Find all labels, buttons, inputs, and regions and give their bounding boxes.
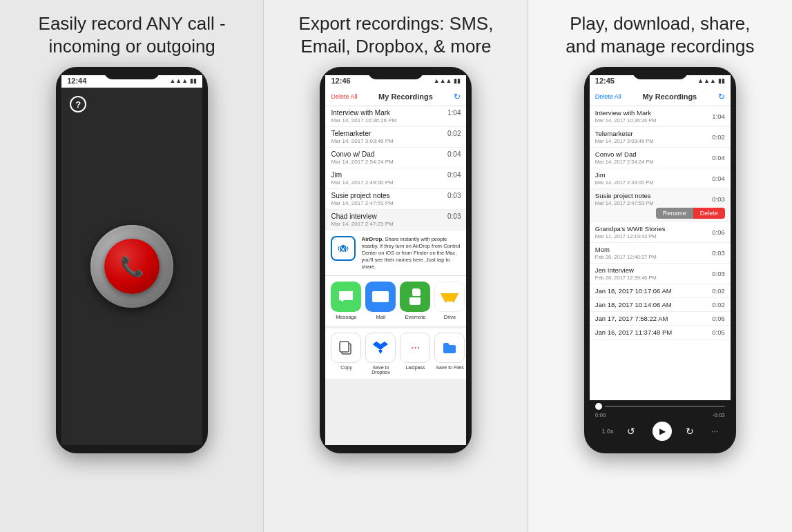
list-item[interactable]: Jen Interview Feb 28, 2017 12:39:46 PM 0…	[590, 264, 731, 284]
progress-thumb[interactable]	[595, 403, 602, 410]
battery-icon-3: ▮▮	[718, 77, 725, 84]
recording-name: Susie project notes	[331, 192, 447, 199]
share-app-message[interactable]: Message	[331, 282, 361, 320]
recording-duration: 0:04	[447, 150, 461, 158]
svg-text:↺: ↺	[627, 426, 635, 437]
panel-manage: Play, download, share, and manage record…	[528, 0, 792, 532]
list-item[interactable]: Convo w/ Dad Mar 14, 2017 2:54:24 PM 0:0…	[325, 148, 466, 168]
recording-info: Jan 17, 2017 7:58:22 AM	[595, 315, 713, 322]
share-sheet: AirDrop. Share instantly with people nea…	[325, 230, 466, 445]
phone2-nav: Delete All My Recordings ↻	[325, 88, 466, 106]
wifi-icon-3: ▲▲▲	[697, 77, 716, 84]
dropbox-label: Save to Dropbox	[365, 365, 396, 375]
share-action-files[interactable]: Save to Files	[434, 333, 465, 375]
nav2-delete-all[interactable]: Delete All	[331, 93, 357, 100]
list-item[interactable]: Jan 18, 2017 10:17:06 AM 0:02	[590, 284, 731, 298]
list-item[interactable]: Chad interview Mar 14, 2017 2:47:23 PM 0…	[325, 210, 466, 230]
recording-duration: 0:02	[712, 287, 725, 295]
list-item[interactable]: Susie project notes Mar 14, 2017 2:47:53…	[325, 189, 466, 210]
recording-date: Mar 14, 2017 2:49:00 PM	[595, 179, 713, 186]
recording-name: Telemarketer	[595, 130, 713, 137]
recording-info: Convo w/ Dad Mar 14, 2017 2:54:24 PM	[331, 150, 447, 165]
phone2-recordings-list: Interview with Mark Mar 14, 2017 10:36:2…	[325, 106, 466, 230]
recording-name: Grandpa's WWII Stories	[595, 225, 713, 233]
share-app-mail[interactable]: Mail	[365, 282, 396, 320]
phone2-screen: Delete All My Recordings ↻ Interview wit…	[325, 88, 466, 445]
list-item-expanded[interactable]: Susie project notes Mar 14, 2017 2:47:53…	[590, 189, 731, 222]
recording-date: Mar 14, 2017 10:36:26 PM	[331, 117, 447, 124]
phone3-notch	[632, 67, 688, 79]
delete-button[interactable]: Delete	[693, 208, 725, 219]
fastforward-icon[interactable]: ↻	[686, 425, 698, 437]
share-action-lastpass[interactable]: ··· Lastpass	[400, 333, 430, 375]
phone-2: 12:46 ▲▲▲ ▮▮ Delete All My Recordings ↻ …	[320, 67, 472, 453]
recording-duration: 0:04	[712, 175, 725, 182]
phone3-screen: Delete All My Recordings ↻ Interview wit…	[590, 88, 731, 445]
phone1-time: 12:44	[67, 77, 86, 85]
phone3-status-icons: ▲▲▲ ▮▮	[697, 77, 725, 84]
progress-track[interactable]	[605, 406, 725, 407]
evernote-label: Evernote	[405, 314, 425, 320]
nav2-refresh[interactable]: ↻	[454, 92, 461, 101]
list-item[interactable]: Interview with Mark Mar 14, 2017 10:36:2…	[590, 106, 731, 127]
recording-date: Mar 14, 2017 2:47:53 PM	[331, 200, 447, 206]
list-item[interactable]: Convo w/ Dad Mar 14, 2017 2:54:24 PM 0:0…	[590, 148, 731, 168]
more-options-icon[interactable]: ···	[711, 426, 718, 436]
rename-button[interactable]: Rename	[656, 208, 693, 219]
recording-duration: 0:06	[712, 315, 725, 322]
recording-date: Mar 14, 2017 2:49:00 PM	[331, 179, 447, 186]
svg-point-1	[342, 245, 345, 248]
share-action-copy[interactable]: Copy	[331, 333, 361, 375]
recording-info: Telemarketer Mar 14, 2017 3:03:46 PM	[595, 130, 713, 144]
share-app-drive[interactable]: Drive	[434, 282, 465, 320]
recording-name: Chad interview	[331, 213, 447, 220]
copy-label: Copy	[340, 365, 351, 370]
copy-action-icon	[331, 333, 361, 363]
panel-record: Easily record ANY call - incoming or out…	[0, 0, 264, 532]
recording-duration: 1:04	[712, 112, 725, 120]
list-item[interactable]: Mom Feb 28, 2017 12:40:27 PM 0:03	[590, 243, 731, 264]
play-button[interactable]: ▶	[653, 422, 672, 441]
list-item[interactable]: Telemarketer Mar 14, 2017 3:03:46 PM 0:0…	[590, 127, 731, 148]
message-app-icon	[331, 282, 361, 312]
nav3-refresh[interactable]: ↻	[718, 92, 725, 101]
list-item[interactable]: Interview with Mark Mar 14, 2017 10:36:2…	[325, 106, 466, 127]
list-item[interactable]: Jan 17, 2017 7:58:22 AM 0:06	[590, 312, 731, 326]
recording-date: Mar 14, 2017 2:47:53 PM	[595, 200, 713, 206]
nav3-title: My Recordings	[642, 92, 697, 101]
recording-name: Jen Interview	[595, 266, 713, 274]
recording-name: Mom	[595, 246, 713, 253]
phone-call-icon: 📞	[120, 255, 144, 278]
list-item[interactable]: Telemarketer Mar 14, 2017 3:03:46 PM 0:0…	[325, 127, 466, 148]
airdrop-title: AirDrop.	[361, 236, 383, 242]
recording-name: Jan 18, 2017 10:17:06 AM	[595, 287, 713, 295]
help-icon[interactable]: ?	[70, 96, 86, 112]
recording-info: Jim Mar 14, 2017 2:49:00 PM	[331, 171, 447, 186]
recording-info: Jan 16, 2017 11:37:48 PM	[595, 328, 713, 336]
list-item[interactable]: Jim Mar 14, 2017 2:49:00 PM 0:04	[590, 168, 731, 189]
recording-name: Jan 17, 2017 7:58:22 AM	[595, 315, 713, 322]
wifi-icon: ▲▲▲	[169, 77, 188, 84]
recording-date: Mar 14, 2017 10:36:26 PM	[595, 117, 713, 124]
share-app-evernote[interactable]: Evernote	[400, 282, 430, 320]
drive-app-icon	[434, 282, 465, 312]
phone3-nav: Delete All My Recordings ↻	[590, 88, 731, 106]
player-progress[interactable]	[595, 403, 725, 410]
recording-date: Mar 14, 2017 3:03:46 PM	[595, 138, 713, 144]
list-item[interactable]: Jan 16, 2017 11:37:48 PM 0:05	[590, 326, 731, 339]
recording-date: Feb 28, 2017 12:40:27 PM	[595, 254, 713, 260]
list-item[interactable]: Jan 18, 2017 10:14:06 AM 0:02	[590, 298, 731, 312]
share-apps-row: Message Mail Evernote	[325, 276, 466, 326]
recording-duration: 0:04	[712, 154, 725, 161]
record-button-inner[interactable]: 📞	[104, 239, 160, 294]
recording-name: Convo w/ Dad	[595, 150, 713, 158]
list-item[interactable]: Jim Mar 14, 2017 2:49:00 PM 0:04	[325, 168, 466, 189]
recording-info: Susie project notes Mar 14, 2017 2:47:53…	[595, 192, 713, 206]
svg-rect-4	[340, 342, 349, 352]
list-item[interactable]: Grandpa's WWII Stories Mar 11, 2017 12:1…	[590, 222, 731, 243]
share-actions-row: Copy Save to Dropbox ··· Lastpass	[325, 328, 466, 379]
speed-control[interactable]: 1.0x	[602, 428, 614, 435]
rewind-icon[interactable]: ↺	[627, 425, 639, 437]
nav3-delete-all[interactable]: Delete All	[595, 93, 621, 100]
share-action-dropbox[interactable]: Save to Dropbox	[365, 333, 396, 375]
